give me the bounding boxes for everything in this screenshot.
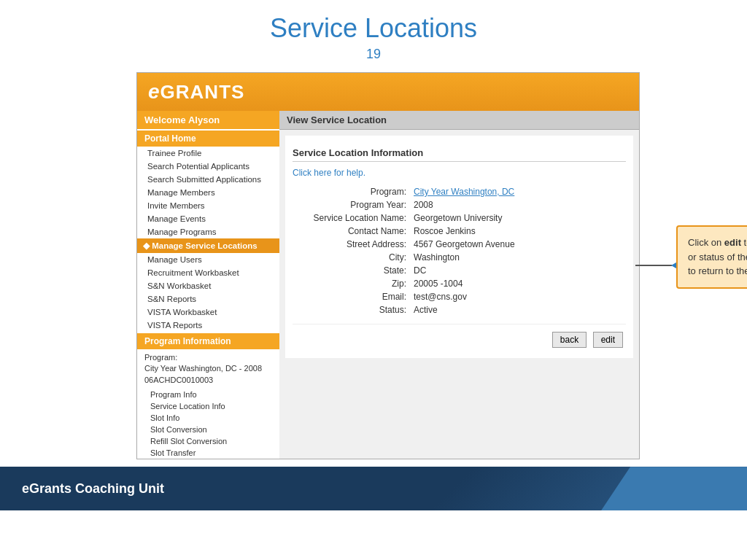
table-row: Program Year: 2008 <box>293 198 626 211</box>
page-title: Service Locations <box>0 13 747 44</box>
field-value-city: Washington <box>409 251 626 264</box>
back-button[interactable]: back <box>552 332 587 348</box>
footer-text: eGrants Coaching Unit <box>22 481 164 497</box>
field-value-status: Active <box>409 303 626 316</box>
field-value-state: DC <box>409 264 626 277</box>
sidebar-sub-refill-slot-conversion[interactable]: Refill Slot Conversion <box>137 435 279 447</box>
program-name: City Year Washington, DC - 2008 <box>144 363 272 374</box>
table-row: Contact Name: Roscoe Jenkins <box>293 225 626 238</box>
sidebar-sub-service-location-info[interactable]: Service Location Info <box>137 400 279 412</box>
sidebar-item-manage-service-locations[interactable]: Manage Service Locations <box>137 238 279 253</box>
field-value-program: City Year Washington, DC <box>409 185 626 198</box>
table-row: State: DC <box>293 264 626 277</box>
sidebar-item-sn-reports[interactable]: S&N Reports <box>137 292 279 306</box>
table-row: Status: Active <box>293 303 626 316</box>
sidebar-program-info: Program Information <box>137 333 279 349</box>
field-value-contact-name: Roscoe Jenkins <box>409 225 626 238</box>
click-help-link[interactable]: Click here for help. <box>293 168 626 178</box>
field-label-contact-name: Contact Name: <box>293 225 409 238</box>
callout-edit-bold: edit <box>724 237 741 248</box>
sidebar-item-invite-members[interactable]: Invite Members <box>137 199 279 212</box>
field-value-program-year: 2008 <box>409 198 626 211</box>
field-value-email: test@cns.gov <box>409 290 626 303</box>
sidebar-item-manage-events[interactable]: Manage Events <box>137 212 279 225</box>
sidebar-item-manage-users[interactable]: Manage Users <box>137 253 279 266</box>
field-label-program: Program: <box>293 185 409 198</box>
field-label-service-location-name: Service Location Name: <box>293 211 409 225</box>
field-label-zip: Zip: <box>293 277 409 290</box>
table-row: Zip: 20005 -1004 <box>293 277 626 290</box>
field-label-email: Email: <box>293 290 409 303</box>
field-value-street-address: 4567 Georgetown Avenue <box>409 238 626 251</box>
table-row: Email: test@cns.gov <box>293 290 626 303</box>
content-header: View Service Location <box>279 111 639 130</box>
table-row: Service Location Name: Georgetown Univer… <box>293 211 626 225</box>
arrow-line <box>635 265 672 266</box>
sidebar-sub-program-info[interactable]: Program Info <box>137 389 279 400</box>
service-location-info-table: Program: City Year Washington, DC Progra… <box>293 185 626 316</box>
field-value-zip: 20005 -1004 <box>409 277 626 290</box>
table-row: City: Washington <box>293 251 626 264</box>
sidebar-sub-slot-info[interactable]: Slot Info <box>137 412 279 424</box>
program-label: Program: <box>144 352 272 363</box>
sidebar-item-sn-workbasket[interactable]: S&N Workbasket <box>137 279 279 292</box>
sidebar-sub-slot-transfer[interactable]: Slot Transfer <box>137 447 279 459</box>
program-link[interactable]: City Year Washington, DC <box>414 187 514 197</box>
section-title: Service Location Information <box>293 143 626 162</box>
sidebar-item-search-potential[interactable]: Search Potential Applicants <box>137 160 279 173</box>
callout-arrow <box>635 260 680 271</box>
sidebar-portal-home[interactable]: Portal Home <box>137 131 279 147</box>
table-row: Program: City Year Washington, DC <box>293 185 626 198</box>
sidebar-item-manage-programs[interactable]: Manage Programs <box>137 225 279 238</box>
sidebar: Welcome Alyson Portal Home Trainee Profi… <box>137 111 279 459</box>
field-label-street-address: Street Address: <box>293 238 409 251</box>
sidebar-item-vista-reports[interactable]: VISTA Reports <box>137 319 279 332</box>
field-label-state: State: <box>293 264 409 277</box>
field-label-program-year: Program Year: <box>293 198 409 211</box>
field-label-status: Status: <box>293 303 409 316</box>
egrants-header: eGRANTS <box>137 73 639 111</box>
egrants-logo: eGRANTS <box>148 80 244 104</box>
sidebar-item-recruitment-workbasket[interactable]: Recruitment Workbasket <box>137 266 279 279</box>
table-row: Street Address: 4567 Georgetown Avenue <box>293 238 626 251</box>
sidebar-item-manage-members[interactable]: Manage Members <box>137 186 279 199</box>
edit-button[interactable]: edit <box>593 332 623 348</box>
field-value-service-location-name: Georgetown University <box>409 211 626 225</box>
page-title-area: Service Locations 19 <box>0 0 747 72</box>
sidebar-item-vista-workbasket[interactable]: VISTA Workbasket <box>137 306 279 319</box>
sidebar-sub-slot-conversion[interactable]: Slot Conversion <box>137 424 279 435</box>
egrants-body: Welcome Alyson Portal Home Trainee Profi… <box>137 111 639 459</box>
field-label-city: City: <box>293 251 409 264</box>
sidebar-program-text: Program: City Year Washington, DC - 2008… <box>137 349 279 389</box>
screenshot-container: eGRANTS Welcome Alyson Portal Home Train… <box>136 72 640 459</box>
sidebar-item-trainee-profile[interactable]: Trainee Profile <box>137 147 279 160</box>
content-area: View Service Location Service Location I… <box>279 111 639 459</box>
callout-box: Click on edit to change the information … <box>676 225 747 289</box>
buttons-row: back edit <box>293 324 626 351</box>
sidebar-welcome: Welcome Alyson <box>137 111 279 129</box>
slide-number: 19 <box>0 44 747 69</box>
sidebar-item-search-submitted[interactable]: Search Submitted Applications <box>137 173 279 186</box>
egrants-app: eGRANTS Welcome Alyson Portal Home Train… <box>136 72 640 459</box>
program-code: 06ACHDC0010003 <box>144 375 272 386</box>
content-body: Service Location Information Click here … <box>285 136 633 358</box>
bottom-bar: eGrants Coaching Unit <box>0 467 747 510</box>
